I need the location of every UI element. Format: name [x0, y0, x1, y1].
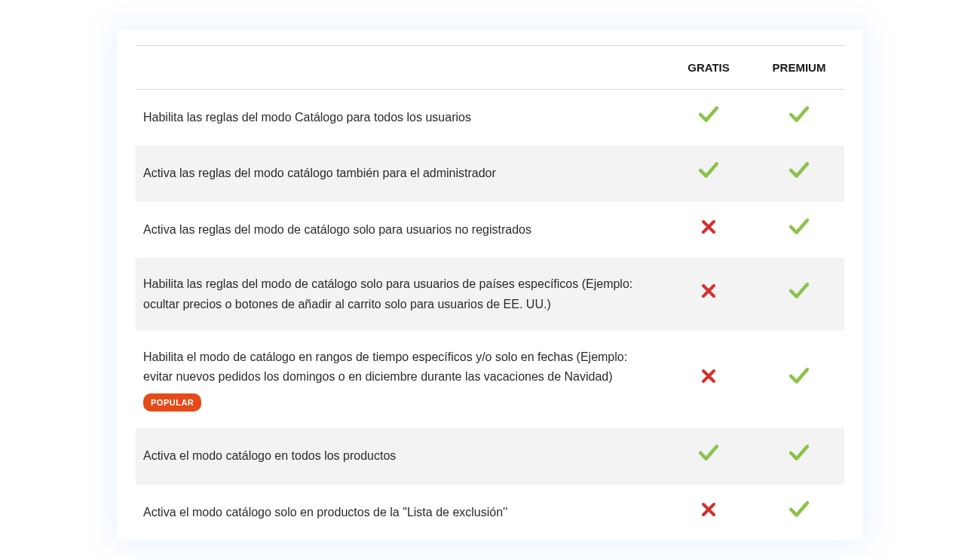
feature-cell: Habilita las reglas del modo Catálogo pa…	[136, 90, 663, 146]
free-status-cell	[663, 485, 754, 540]
table-row: Activa el modo catálogo solo en producto…	[136, 485, 844, 540]
free-status-cell	[663, 145, 754, 201]
check-icon	[789, 368, 809, 390]
table-row: Habilita las reglas del modo Catálogo pa…	[136, 90, 844, 146]
free-status-cell	[663, 90, 754, 146]
column-header-premium: PREMIUM	[754, 46, 844, 90]
table-row: Habilita las reglas del modo de catálogo…	[136, 258, 844, 331]
feature-text: Activa el modo catálogo solo en producto…	[143, 506, 507, 519]
feature-cell: Activa el modo catálogo solo en producto…	[136, 485, 663, 540]
comparison-card: GRATIS PREMIUM Habilita las reglas del m…	[117, 30, 863, 540]
check-icon	[789, 219, 809, 241]
feature-cell: Activa el modo catálogo en todos los pro…	[136, 428, 663, 484]
free-status-cell	[663, 331, 754, 428]
comparison-table: GRATIS PREMIUM Habilita las reglas del m…	[136, 45, 844, 540]
check-icon	[789, 106, 809, 129]
cross-icon	[701, 502, 716, 523]
feature-text: Activa las reglas del modo catálogo tamb…	[143, 167, 496, 179]
premium-status-cell	[754, 90, 844, 146]
table-header-row: GRATIS PREMIUM	[136, 46, 844, 90]
table-row: Activa el modo catálogo en todos los pro…	[136, 428, 844, 484]
check-icon	[699, 162, 718, 185]
feature-text: Activa el modo catálogo en todos los pro…	[143, 449, 396, 462]
premium-status-cell	[754, 145, 844, 201]
feature-cell: Habilita el modo de catálogo en rangos d…	[136, 331, 663, 428]
feature-text: Habilita las reglas del modo de catálogo…	[143, 277, 632, 310]
premium-status-cell	[754, 485, 844, 540]
column-header-free: GRATIS	[663, 46, 754, 90]
feature-text: Habilita el modo de catálogo en rangos d…	[143, 350, 627, 383]
feature-cell: Habilita las reglas del modo de catálogo…	[136, 258, 663, 331]
premium-status-cell	[754, 258, 844, 331]
check-icon	[699, 106, 718, 129]
premium-status-cell	[754, 202, 844, 258]
cross-icon	[701, 369, 716, 390]
free-status-cell	[663, 258, 754, 331]
popular-badge: POPULAR	[143, 393, 201, 412]
table-row: Activa las reglas del modo catálogo tamb…	[136, 145, 844, 201]
check-icon	[699, 445, 718, 467]
table-row: Habilita el modo de catálogo en rangos d…	[136, 331, 844, 428]
feature-text: Activa las reglas del modo de catálogo s…	[143, 223, 531, 236]
check-icon	[789, 501, 809, 524]
feature-cell: Activa las reglas del modo catálogo tamb…	[136, 145, 663, 201]
table-row: Activa las reglas del modo de catálogo s…	[136, 202, 844, 258]
check-icon	[789, 445, 809, 467]
cross-icon	[701, 283, 716, 304]
feature-text: Habilita las reglas del modo Catálogo pa…	[143, 111, 471, 124]
cross-icon	[701, 219, 716, 240]
premium-status-cell	[754, 331, 844, 428]
check-icon	[789, 162, 809, 185]
check-icon	[789, 283, 809, 305]
free-status-cell	[663, 428, 754, 484]
premium-status-cell	[754, 428, 844, 484]
free-status-cell	[663, 202, 754, 258]
feature-cell: Activa las reglas del modo de catálogo s…	[136, 202, 663, 258]
column-header-feature	[136, 46, 663, 90]
